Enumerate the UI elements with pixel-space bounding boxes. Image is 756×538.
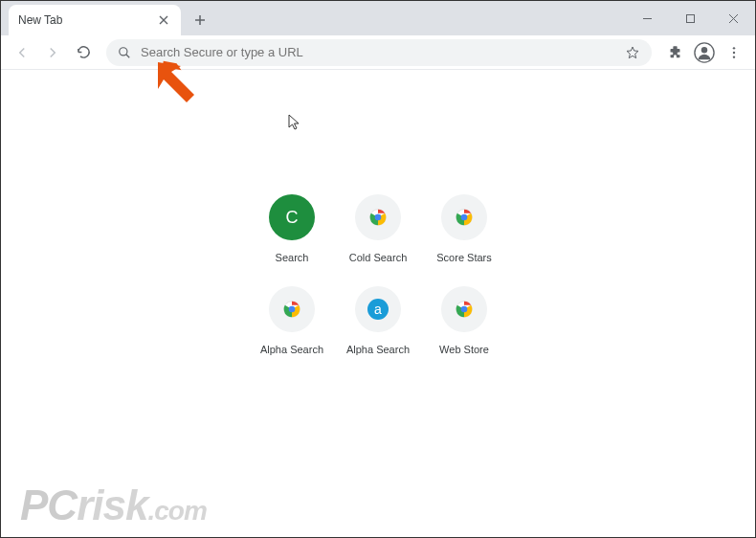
shortcut-label: Search [276, 252, 309, 263]
shortcut-label: Alpha Search [260, 344, 323, 355]
back-button[interactable] [9, 39, 35, 66]
tab-close-icon[interactable] [156, 12, 171, 28]
forward-button[interactable] [39, 39, 66, 66]
svg-point-5 [733, 51, 735, 53]
svg-point-14 [289, 306, 296, 313]
svg-rect-0 [687, 14, 695, 22]
search-icon [118, 46, 131, 59]
shortcut-alpha-search-2[interactable]: a Alpha Search [335, 286, 421, 355]
shortcut-label: Web Store [439, 344, 489, 355]
titlebar: New Tab [1, 1, 755, 35]
profile-avatar[interactable] [692, 40, 717, 65]
extensions-icon[interactable] [661, 39, 688, 66]
address-bar[interactable] [106, 39, 652, 66]
watermark-risk: risk [77, 482, 147, 528]
bookmark-star-icon[interactable] [625, 45, 640, 60]
shortcut-icon: C [269, 194, 315, 240]
new-tab-button[interactable] [187, 7, 213, 34]
shortcut-icon [269, 286, 315, 332]
browser-tab[interactable]: New Tab [9, 5, 181, 35]
watermark: PCrisk.com [20, 482, 207, 529]
watermark-com: .com [147, 496, 206, 526]
window-controls [626, 1, 755, 35]
shortcuts-grid: C Search Cold Search Score Stars Alpha S… [249, 194, 507, 355]
svg-point-16 [461, 306, 468, 313]
shortcut-score-stars[interactable]: Score Stars [421, 194, 507, 263]
shortcut-web-store[interactable]: Web Store [421, 286, 507, 355]
shortcut-icon: a [355, 286, 401, 332]
svg-point-3 [701, 47, 707, 53]
shortcut-icon [355, 194, 401, 240]
svg-point-10 [375, 214, 380, 219]
tab-title: New Tab [18, 13, 156, 27]
new-tab-page: C Search Cold Search Score Stars Alpha S… [1, 70, 755, 537]
svg-point-1 [120, 47, 127, 55]
shortcut-icon [441, 194, 487, 240]
toolbar [1, 35, 755, 70]
watermark-pc: PC [20, 482, 77, 528]
svg-point-4 [733, 47, 735, 49]
svg-point-12 [461, 214, 468, 221]
alpha-icon: a [367, 299, 389, 320]
svg-point-6 [733, 56, 735, 57]
shortcut-alpha-search-1[interactable]: Alpha Search [249, 286, 335, 355]
close-window-button[interactable] [712, 4, 755, 33]
shortcut-label: Cold Search [349, 252, 408, 263]
shortcut-search[interactable]: C Search [249, 194, 335, 263]
shortcut-cold-search[interactable]: Cold Search [335, 194, 421, 263]
shortcut-label: Alpha Search [346, 344, 410, 355]
menu-button[interactable] [721, 39, 747, 66]
minimize-button[interactable] [626, 4, 669, 33]
reload-button[interactable] [70, 39, 97, 66]
maximize-button[interactable] [669, 4, 712, 33]
shortcut-icon [441, 286, 487, 332]
shortcut-label: Score Stars [436, 252, 491, 263]
omnibox-input[interactable] [141, 45, 625, 59]
